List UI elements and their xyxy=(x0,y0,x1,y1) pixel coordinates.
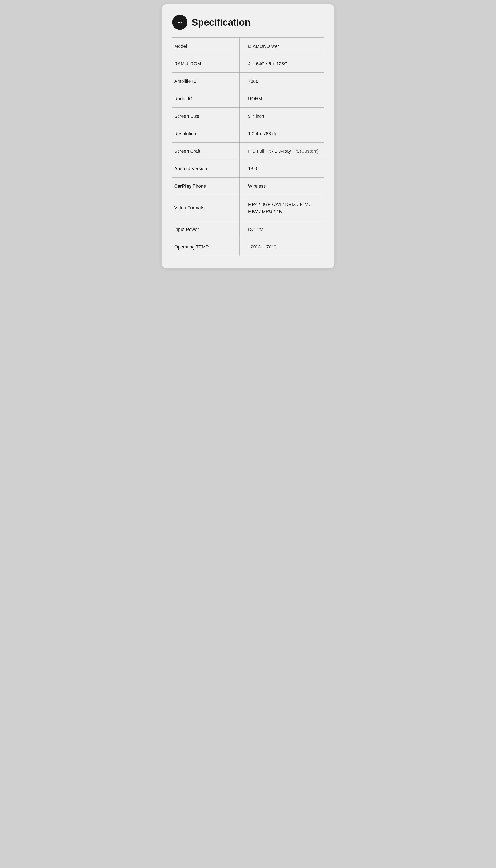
spec-label-screen-size: Screen Size xyxy=(172,108,240,125)
spec-label-radio-ic: Radio IC xyxy=(172,90,240,107)
spec-table: Model DIAMOND V97 RAM & ROM 4 + 64G / 6 … xyxy=(172,38,324,256)
svg-point-1 xyxy=(179,22,181,23)
table-row: Input Power DC12V xyxy=(172,221,324,238)
spec-value-resolution: 1024 x 768 dpi xyxy=(240,125,324,142)
spec-value-radio-ic: ROHM xyxy=(240,90,324,107)
table-row: Video Formats MP4 / 3GP / AVI / DVIX / F… xyxy=(172,195,324,221)
table-row: Resolution 1024 x 768 dpi xyxy=(172,125,324,143)
spec-value-ram-rom: 4 + 64G / 6 + 128G xyxy=(240,55,324,73)
table-row: CarPlay iPhone Wireless xyxy=(172,177,324,195)
table-row: Radio IC ROHM xyxy=(172,90,324,108)
spec-label-carplay: CarPlay iPhone xyxy=(172,177,240,195)
spec-label-ram-rom: RAM & ROM xyxy=(172,55,240,73)
spec-label-android-version: Android Version xyxy=(172,160,240,177)
table-row: Screen Craft IPS Full Fit / Blu-Ray IPS … xyxy=(172,143,324,160)
page-title: Specification xyxy=(192,17,251,28)
spec-label-operating-temp: Operating TEMP xyxy=(172,238,240,256)
spec-value-screen-craft: IPS Full Fit / Blu-Ray IPS (Custom) xyxy=(240,143,324,160)
spec-label-amplifie-ic: Amplifie IC xyxy=(172,73,240,90)
table-row: Operating TEMP −20°C ~ 70°C xyxy=(172,238,324,256)
spec-label-input-power: Input Power xyxy=(172,221,240,238)
card-header: Specification xyxy=(172,15,324,30)
table-row: Model DIAMOND V97 xyxy=(172,38,324,55)
svg-point-2 xyxy=(181,22,182,23)
table-row: RAM & ROM 4 + 64G / 6 + 128G xyxy=(172,55,324,73)
svg-point-0 xyxy=(177,22,179,23)
table-row: Amplifie IC 7388 xyxy=(172,73,324,90)
specification-card: Specification Model DIAMOND V97 RAM & RO… xyxy=(162,4,335,268)
spec-value-screen-size: 9.7 inch xyxy=(240,108,324,125)
spec-label-resolution: Resolution xyxy=(172,125,240,142)
spec-value-operating-temp: −20°C ~ 70°C xyxy=(240,238,324,256)
table-row: Android Version 13.0 xyxy=(172,160,324,177)
spec-value-model: DIAMOND V97 xyxy=(240,38,324,55)
spec-value-android-version: 13.0 xyxy=(240,160,324,177)
spec-label-video-formats: Video Formats xyxy=(172,195,240,221)
table-row: Screen Size 9.7 inch xyxy=(172,108,324,125)
spec-value-carplay: Wireless xyxy=(240,177,324,195)
spec-label-screen-craft: Screen Craft xyxy=(172,143,240,160)
spec-value-input-power: DC12V xyxy=(240,221,324,238)
spec-value-amplifie-ic: 7388 xyxy=(240,73,324,90)
chat-bubble-icon xyxy=(172,15,187,30)
spec-label-model: Model xyxy=(172,38,240,55)
spec-value-video-formats: MP4 / 3GP / AVI / DVIX / FLV / MKV / MPG… xyxy=(240,195,324,221)
